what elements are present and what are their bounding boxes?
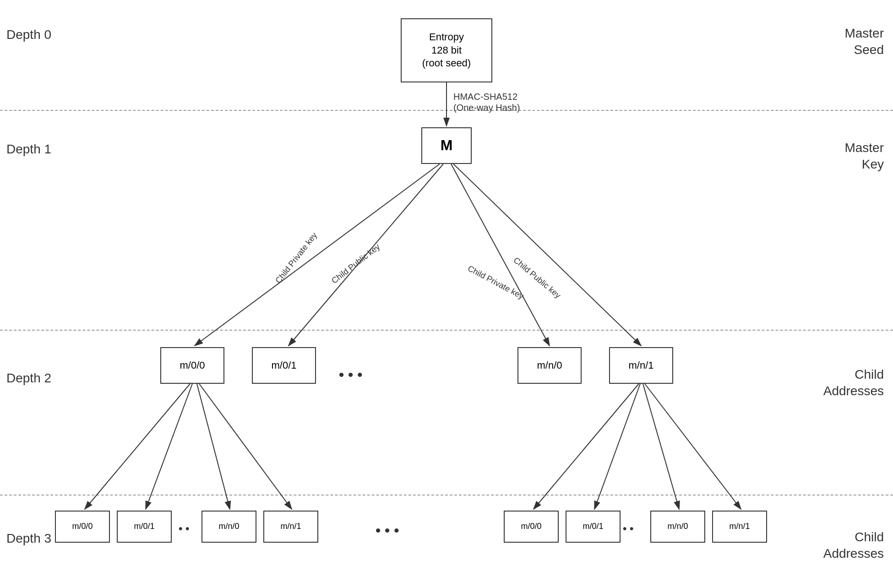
master-key-label: MasterKey xyxy=(844,140,884,173)
node-m01: m/0/1 xyxy=(252,347,316,384)
d3-m00-right: m/0/0 xyxy=(504,511,559,543)
d3-mn1-right: m/n/1 xyxy=(712,511,767,543)
d3-m01-right: m/0/1 xyxy=(566,511,621,543)
svg-line-5 xyxy=(289,164,443,346)
svg-text:(One-way Hash): (One-way Hash) xyxy=(453,103,520,113)
svg-text:Child Private key: Child Private key xyxy=(466,264,525,301)
d3-m01-left: m/0/1 xyxy=(117,511,172,543)
root-node: Entropy128 bit(root seed) xyxy=(401,18,492,82)
svg-text:Child Public key: Child Public key xyxy=(330,242,381,286)
divider-1 xyxy=(0,110,893,111)
dots-d3-mid: • • • xyxy=(376,522,399,539)
svg-line-15 xyxy=(199,384,292,509)
svg-line-16 xyxy=(534,384,639,509)
svg-line-13 xyxy=(146,384,192,509)
svg-line-4 xyxy=(195,164,440,346)
dots-depth2: • • • xyxy=(339,366,362,383)
svg-line-7 xyxy=(453,164,641,346)
child-addresses-3-label: ChildAddresses xyxy=(823,529,884,562)
depth3-label: Depth 3 xyxy=(6,531,51,546)
diagram-container: Depth 0 Depth 1 Depth 2 Depth 3 MasterSe… xyxy=(0,0,893,588)
d3-mn0-right: m/n/0 xyxy=(650,511,705,543)
d3-m00-left: m/0/0 xyxy=(55,511,110,543)
node-mn1: m/n/1 xyxy=(609,347,673,384)
depth0-label: Depth 0 xyxy=(6,27,51,42)
svg-line-6 xyxy=(451,164,550,346)
d3-mn1-left: m/n/1 xyxy=(263,511,318,543)
child-addresses-2-label: ChildAddresses xyxy=(823,366,884,400)
svg-line-17 xyxy=(594,384,640,509)
divider-2 xyxy=(0,330,893,331)
depth1-label: Depth 1 xyxy=(6,142,51,157)
master-seed-label: MasterSeed xyxy=(844,25,884,59)
svg-line-19 xyxy=(645,384,741,509)
svg-text:HMAC-SHA512: HMAC-SHA512 xyxy=(453,92,517,102)
node-mn0: m/n/0 xyxy=(517,347,582,384)
svg-text:Child Private key: Child Private key xyxy=(273,231,319,285)
svg-line-18 xyxy=(643,384,679,509)
svg-line-14 xyxy=(197,384,230,509)
depth2-label: Depth 2 xyxy=(6,371,51,386)
dots-d3-1: • • xyxy=(179,522,189,535)
svg-text:Child Public key: Child Public key xyxy=(512,256,562,300)
divider-3 xyxy=(0,495,893,495)
master-node: M xyxy=(421,127,472,164)
dots-d3-2: • • xyxy=(623,522,633,535)
d3-mn0-left: m/n/0 xyxy=(201,511,256,543)
svg-line-12 xyxy=(85,384,190,509)
node-m00: m/0/0 xyxy=(160,347,224,384)
arrows-svg: HMAC-SHA512 (One-way Hash) Child Private… xyxy=(0,0,893,588)
